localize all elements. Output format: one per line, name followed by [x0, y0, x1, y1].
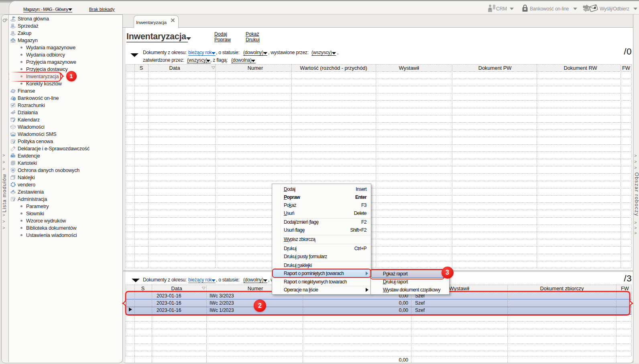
svg-text:e: e [14, 97, 15, 100]
svg-text:SMS: SMS [11, 134, 15, 136]
